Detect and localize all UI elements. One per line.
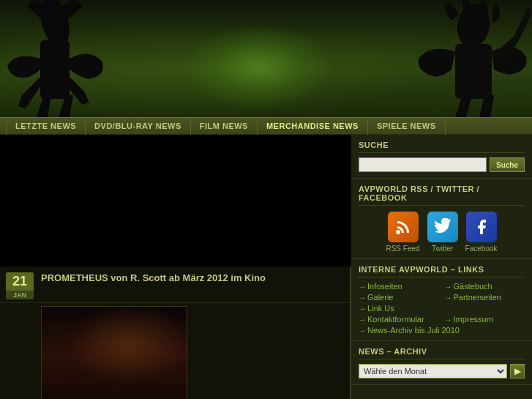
svg-rect-3 <box>455 44 492 99</box>
social-section-title: AvPWorld RSS / Twitter / Facebook <box>359 184 525 206</box>
energy-glow <box>186 23 332 111</box>
svg-rect-1 <box>40 40 70 99</box>
link-impressum[interactable]: → Impressum <box>445 315 525 324</box>
twitter-item[interactable]: Twitter <box>427 212 458 253</box>
site-header <box>0 0 532 117</box>
social-section: AvPWorld RSS / Twitter / Facebook RSS Fe… <box>351 179 532 259</box>
links-section-title: Interne AvPWorld – Links <box>359 265 525 277</box>
article-image <box>41 306 187 399</box>
archiv-select-row: Wähle den Monat ▶ <box>359 364 525 379</box>
arrow-icon: → <box>359 294 366 302</box>
search-button[interactable]: Suche <box>490 157 525 172</box>
navigation-bar: LETZTE NEWS DVD/BLU-RAY NEWS FILM NEWS M… <box>0 117 532 135</box>
arrow-icon: → <box>445 316 452 324</box>
sidebar: Suche Suche AvPWorld RSS / Twitter / Fac… <box>351 135 532 399</box>
nav-item-film-news[interactable]: FILM NEWS <box>191 117 258 135</box>
nav-item-spiele-news[interactable]: SPIELE NEWS <box>368 117 446 135</box>
article-section: 21 JAN PROMETHEUS von R. Scott ab März 2… <box>0 266 350 399</box>
advertisement-area <box>0 135 351 266</box>
arrow-icon: → <box>359 305 366 313</box>
links-grid: → Infoseiten → Gästebuch → Galerie → Par… <box>359 282 525 335</box>
date-badge: 21 JAN <box>6 272 34 299</box>
rss-feed-item[interactable]: RSS Feed <box>386 212 419 253</box>
date-month: JAN <box>6 291 34 299</box>
social-row: RSS Feed Twitter Facebook <box>359 212 525 253</box>
nav-item-merchandise-news[interactable]: MERCHANDISE NEWS <box>258 117 368 135</box>
facebook-label: Facebook <box>465 245 498 253</box>
article-title[interactable]: PROMETHEUS von R. Scott ab März 2012 im … <box>41 272 266 283</box>
article-image-inner <box>42 307 187 399</box>
svg-point-4 <box>396 230 400 234</box>
link-news-archiv[interactable]: → News-Archiv bis Juli 2010 <box>359 326 525 335</box>
links-section: Interne AvPWorld – Links → Infoseiten → … <box>351 259 532 341</box>
article-image-area <box>0 303 350 399</box>
link-infoseiten[interactable]: → Infoseiten <box>359 282 439 291</box>
search-section-title: Suche <box>359 141 525 153</box>
twitter-label: Twitter <box>427 245 458 253</box>
nav-item-letzte-news[interactable]: LETZTE NEWS <box>6 117 86 135</box>
link-kontaktformular[interactable]: → Kontaktformular <box>359 315 439 324</box>
date-day: 21 <box>6 272 34 291</box>
rss-label: RSS Feed <box>386 245 419 253</box>
arrow-icon: → <box>359 316 366 324</box>
search-input[interactable] <box>359 157 487 172</box>
arrow-icon: → <box>445 283 452 291</box>
archiv-month-select[interactable]: Wähle den Monat <box>359 364 507 379</box>
facebook-item[interactable]: Facebook <box>465 212 498 253</box>
archiv-section: News – Archiv Wähle den Monat ▶ <box>351 341 532 385</box>
alien-silhouette <box>0 0 132 117</box>
link-linkus[interactable]: → Link Us <box>359 304 439 313</box>
rss-icon <box>388 212 419 242</box>
twitter-icon <box>427 212 458 242</box>
nav-item-dvd-bluray[interactable]: DVD/BLU-RAY NEWS <box>86 117 191 135</box>
main-layout: 21 JAN PROMETHEUS von R. Scott ab März 2… <box>0 135 532 399</box>
search-section: Suche Suche <box>351 135 532 179</box>
content-area: 21 JAN PROMETHEUS von R. Scott ab März 2… <box>0 135 351 399</box>
arrow-icon: → <box>359 283 366 291</box>
search-row: Suche <box>359 157 525 172</box>
archiv-section-title: News – Archiv <box>359 347 525 359</box>
link-galerie[interactable]: → Galerie <box>359 293 439 302</box>
predator-silhouette <box>386 0 532 117</box>
article-row: 21 JAN PROMETHEUS von R. Scott ab März 2… <box>0 266 350 303</box>
arrow-icon: → <box>445 294 452 302</box>
arrow-icon: → <box>359 327 366 335</box>
archiv-go-button[interactable]: ▶ <box>510 364 525 379</box>
link-gaestebuch[interactable]: → Gästebuch <box>445 282 525 291</box>
link-partnerseiten[interactable]: → Partnerseiten <box>445 293 525 302</box>
facebook-icon <box>466 212 497 242</box>
